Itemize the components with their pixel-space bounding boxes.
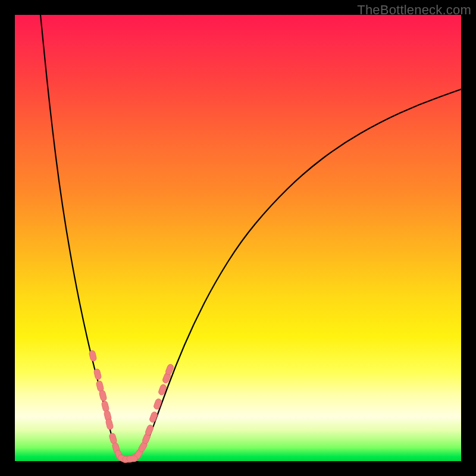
data-marker: [101, 400, 109, 412]
data-marker: [153, 398, 162, 410]
data-marker: [149, 411, 158, 423]
data-marker: [99, 390, 107, 402]
marker-layer: [89, 350, 174, 464]
data-marker: [105, 418, 114, 430]
chart-frame: TheBottleneck.com: [0, 0, 476, 476]
plot-area: [15, 15, 461, 461]
data-marker: [127, 456, 137, 462]
watermark-text: TheBottleneck.com: [357, 2, 471, 18]
data-marker: [93, 368, 102, 380]
curve-overlay-svg: [15, 15, 461, 461]
data-marker: [89, 350, 97, 362]
data-marker: [145, 424, 154, 436]
